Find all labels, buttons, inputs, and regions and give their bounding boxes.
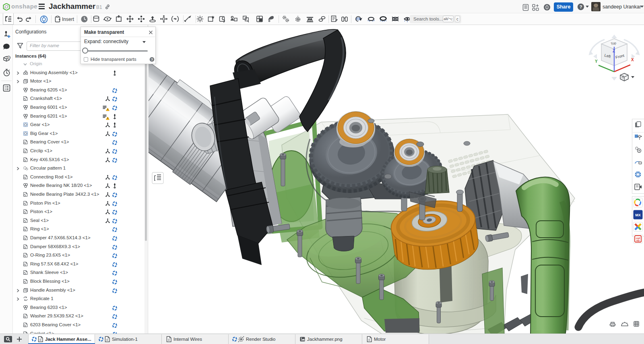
svg-text:MX: MX xyxy=(635,213,641,217)
svg-text:?: ? xyxy=(151,58,153,62)
svg-text:Y: Y xyxy=(595,59,598,64)
svg-text:X: X xyxy=(631,58,634,62)
svg-text:?: ? xyxy=(8,56,10,59)
svg-text:Z: Z xyxy=(613,49,615,53)
svg-text:?: ? xyxy=(580,4,582,9)
svg-text:VD: VD xyxy=(636,239,640,242)
